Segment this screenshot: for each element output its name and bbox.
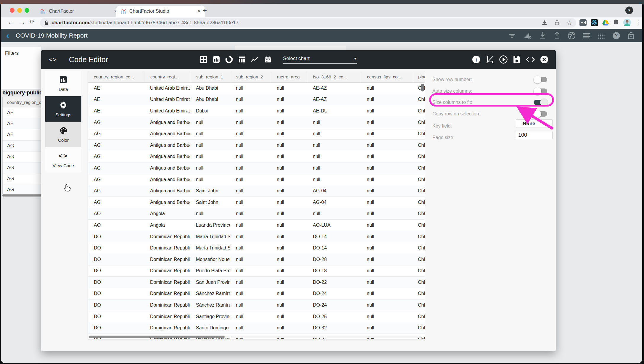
- hide-axes-icon[interactable]: [485, 55, 494, 64]
- column-header[interactable]: sub_region_1: [190, 71, 230, 82]
- tab-chartfactor-studio[interactable]: ChartFactor Studio ✕: [116, 6, 205, 17]
- view-code-icon[interactable]: [526, 55, 535, 64]
- column-header[interactable]: metro_area: [271, 71, 307, 82]
- table-cell: null: [230, 208, 271, 220]
- table-row[interactable]: DODominican RepublicMonseñor Nouel Provi…: [88, 254, 425, 265]
- column-header[interactable]: country_regi...: [144, 71, 190, 82]
- globe-icon[interactable]: [568, 32, 576, 40]
- table-cell: null: [271, 140, 307, 151]
- table-cell: Dominican Republic: [144, 265, 190, 277]
- table-row[interactable]: AE: [3, 129, 42, 140]
- table-row[interactable]: AGAntigua and Barbudanullnullnullnullnul…: [88, 128, 425, 140]
- table-row[interactable]: AG: [3, 184, 42, 195]
- table-row[interactable]: AEUnited Arab EmiratesAbu DhabinullnullA…: [88, 94, 425, 106]
- table-cell: Saint John: [190, 185, 230, 197]
- run-icon[interactable]: [499, 55, 508, 64]
- google-drive-extension-icon[interactable]: [601, 19, 610, 27]
- table-row[interactable]: DODominican RepublicSan Juan Provincenul…: [88, 277, 425, 288]
- table-row[interactable]: AG: [3, 173, 42, 184]
- table-row[interactable]: AGAntigua and Barbudanullnullnullnullnul…: [88, 151, 425, 163]
- tab-search-button[interactable]: ▼: [625, 7, 633, 14]
- new-tab-button[interactable]: +: [203, 6, 207, 15]
- show-row-number-toggle[interactable]: [534, 77, 547, 83]
- table-row[interactable]: DODominican RepublicSánchez Ramírez Prov…: [88, 288, 425, 300]
- left-table-hscrollbar[interactable]: [2, 194, 42, 197]
- back-chevron-icon[interactable]: ‹: [6, 31, 9, 40]
- chart-settings-icon[interactable]: [523, 32, 532, 39]
- table-row[interactable]: DODominican RepublicSantiago Provincenul…: [88, 311, 425, 323]
- close-icon[interactable]: [540, 55, 549, 64]
- table-row[interactable]: AGAntigua and Barbudanullnullnullnullnul…: [88, 162, 425, 174]
- bar-chart-icon[interactable]: [212, 56, 220, 63]
- sidebar-item-settings[interactable]: Settings: [45, 96, 81, 122]
- column-chart-icon[interactable]: [238, 56, 246, 63]
- column-header[interactable]: place: [412, 71, 425, 82]
- table-row[interactable]: DODominican RepublicPuerto Plata Provinc…: [88, 265, 425, 277]
- table-row[interactable]: AE: [3, 118, 42, 129]
- table-row[interactable]: AGAntigua and Barbudanullnullnullnullnul…: [88, 117, 425, 128]
- modal-action-toolbar: i: [472, 55, 549, 64]
- table-row[interactable]: AGAntigua and Barbudanullnullnullnullnul…: [88, 174, 425, 186]
- forward-button[interactable]: →: [19, 18, 25, 26]
- react-devtools-extension-icon[interactable]: [590, 19, 598, 27]
- table-row[interactable]: AG: [3, 152, 42, 162]
- install-icon[interactable]: [542, 20, 548, 26]
- password-manager-extension-icon[interactable]: [579, 19, 587, 27]
- grid-chart-icon[interactable]: [200, 56, 207, 63]
- table-row[interactable]: AOAngolanullnullnullnullnullChIJ: [88, 208, 425, 220]
- close-window-button[interactable]: [10, 8, 15, 13]
- table-row[interactable]: AG: [3, 141, 42, 152]
- list-lines-icon[interactable]: [583, 32, 590, 39]
- url-text: chartfactor.com/studio/dashboard.html#/9…: [51, 20, 239, 26]
- table-row[interactable]: AOAngolaLuanda ProvincenullnullAO-LUAnul…: [88, 220, 425, 231]
- table-row[interactable]: AGAntigua and BarbudaSaint JohnnullnullA…: [88, 185, 425, 197]
- table-row[interactable]: DODominican RepublicSánchez Ramírez Prov…: [88, 299, 425, 311]
- donut-chart-icon[interactable]: [225, 56, 233, 63]
- sidebar-item-color[interactable]: Color: [45, 122, 81, 147]
- tab-chartfactor[interactable]: ChartFactor ✕: [36, 6, 122, 17]
- filters-label: Filters: [5, 50, 41, 56]
- back-button[interactable]: ←: [7, 18, 14, 26]
- extensions-puzzle-icon[interactable]: [612, 19, 620, 27]
- table-cell: null: [361, 83, 412, 94]
- table-row[interactable]: DODominican RepublicSanto Domingo Provin…: [88, 322, 425, 334]
- sidebar-item-data[interactable]: Data: [45, 71, 81, 96]
- table-row[interactable]: AGAntigua and Barbudanullnullnullnullnul…: [88, 140, 425, 151]
- column-header[interactable]: country_region_co...: [88, 71, 144, 82]
- profile-avatar[interactable]: [623, 18, 631, 27]
- filter-icon[interactable]: [508, 32, 516, 39]
- browser-menu-icon[interactable]: ⋮: [635, 19, 641, 26]
- save-icon[interactable]: [513, 55, 521, 64]
- lock-open-icon[interactable]: [627, 32, 635, 40]
- reload-button[interactable]: ⟳: [30, 18, 35, 25]
- table-row[interactable]: AG: [3, 162, 42, 173]
- table-row[interactable]: AGAntigua and BarbudaSaint JohnnullnullA…: [88, 197, 425, 208]
- download-icon[interactable]: [539, 32, 546, 39]
- table-row[interactable]: AEUnited Arab EmiratesAbu DhabinullnullA…: [88, 83, 425, 94]
- bookmark-star-icon[interactable]: ☆: [566, 19, 572, 26]
- table-row[interactable]: AEUnited Arab EmiratesDubainullnullAE-DU…: [88, 105, 425, 117]
- table-row[interactable]: DODominican RepublicMaría Trinidad Sánch…: [88, 231, 425, 243]
- info-icon[interactable]: i: [472, 55, 481, 64]
- minimize-window-button[interactable]: [17, 8, 22, 13]
- column-header[interactable]: iso_3166_2_co...: [307, 71, 361, 82]
- tab-close-icon[interactable]: ✕: [197, 9, 201, 14]
- line-chart-icon[interactable]: [251, 56, 259, 63]
- calendar-chart-icon[interactable]: [264, 56, 272, 63]
- table-row[interactable]: DODominican RepublicMaría Trinidad Sánch…: [88, 242, 425, 254]
- dot-grid-icon[interactable]: [598, 32, 605, 39]
- help-icon[interactable]: ?: [612, 32, 620, 40]
- table-horizontal-scrollbar[interactable]: [88, 336, 421, 338]
- column-header[interactable]: sub_region_2: [230, 71, 271, 82]
- column-header[interactable]: census_fips_co...: [361, 71, 412, 82]
- upload-icon[interactable]: [553, 32, 561, 39]
- table-cell: null: [230, 311, 271, 322]
- url-bar[interactable]: chartfactor.com/studio/dashboard.html#/9…: [40, 18, 576, 28]
- sidebar-item-view-code[interactable]: <> View Code: [45, 147, 81, 173]
- table-vertical-scrollbar[interactable]: [421, 83, 424, 338]
- zoom-window-button[interactable]: [25, 8, 29, 13]
- table-row[interactable]: AE: [3, 107, 42, 118]
- column-header[interactable]: country_region_code: [3, 97, 42, 107]
- share-icon[interactable]: [554, 20, 560, 26]
- select-chart-dropdown[interactable]: Select chart ▼: [283, 56, 357, 64]
